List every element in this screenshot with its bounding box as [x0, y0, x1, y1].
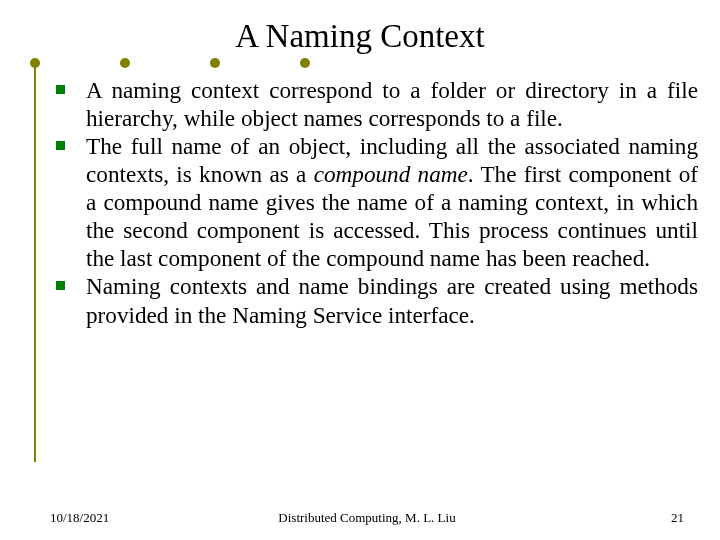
accent-vertical-line — [34, 62, 36, 462]
list-item: The full name of an object, including al… — [52, 132, 698, 272]
accent-dot-icon — [210, 58, 220, 68]
footer-date: 10/18/2021 — [50, 510, 109, 526]
slide: A Naming Context A naming context corres… — [0, 0, 720, 540]
list-item: A naming context correspond to a folder … — [52, 76, 698, 132]
footer-center: Distributed Computing, M. L. Liu — [50, 510, 684, 526]
list-item: Naming contexts and name bindings are cr… — [52, 272, 698, 328]
body-text: A naming context correspond to a folder … — [52, 76, 698, 329]
emphasis-text: compound name — [314, 161, 468, 187]
square-bullet-icon — [56, 85, 65, 94]
bullet-text: A naming context correspond to a folder … — [86, 77, 698, 131]
footer: Distributed Computing, M. L. Liu 10/18/2… — [50, 510, 684, 526]
accent-dot-icon — [30, 58, 40, 68]
slide-title: A Naming Context — [0, 18, 720, 55]
accent-dot-icon — [120, 58, 130, 68]
bullet-text: Naming contexts and name bindings are cr… — [86, 273, 698, 327]
square-bullet-icon — [56, 141, 65, 150]
square-bullet-icon — [56, 281, 65, 290]
accent-dot-icon — [300, 58, 310, 68]
footer-page-number: 21 — [671, 510, 684, 526]
